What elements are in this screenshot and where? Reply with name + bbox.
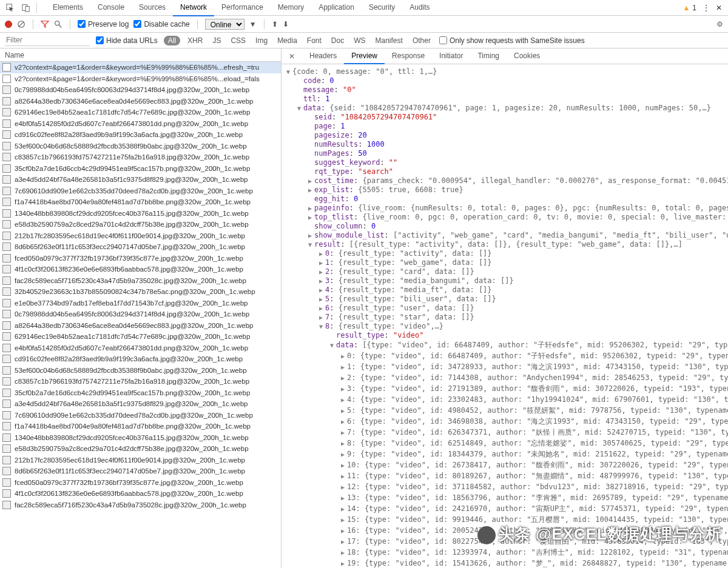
request-row[interactable]: 4f1c0cf3f20613f8236e0e6e6893fb6aabbac578… — [0, 488, 281, 500]
samesite-checkbox[interactable]: Only show requests with SameSite issues — [439, 36, 585, 45]
request-row[interactable]: fced050a0979c377f732fb19736bf739f35c877e… — [0, 253, 281, 264]
image-icon — [2, 299, 11, 307]
request-row[interactable]: 1340e48bb839808cf29dcd9205fcec40b376a115… — [0, 208, 281, 219]
request-row[interactable]: v2?context=&page=1&order=&keyword=%E9%99… — [0, 73, 281, 85]
throttling-dropdown-icon[interactable]: ▼ — [249, 20, 257, 28]
request-row[interactable]: 35cf0b2a7de16d6ccb4c29d99451ea9f5cac157b… — [0, 387, 281, 399]
request-row[interactable]: 7c690610dd909e1e662cb335dd70deed78a2cd0b… — [0, 410, 281, 421]
request-row[interactable]: 8d6b65f263e0f11f1c653f3ecc29407147d05be7… — [0, 466, 281, 477]
request-row[interactable]: e4bf0fa514285f0d2d5d607c7eabf266473801dd… — [0, 118, 281, 130]
disable-cache-checkbox[interactable]: Disable cache — [133, 20, 189, 28]
request-row[interactable]: 0c798988dd04b5ea6495fc80063d294d3714f8d4… — [0, 84, 281, 96]
more-icon[interactable]: ⋮ — [703, 4, 710, 12]
request-name: fced050a0979c377f732fb19736bf739f35c877e… — [15, 479, 243, 486]
tab-elements[interactable]: Elements — [46, 0, 90, 16]
close-details-icon[interactable]: ✕ — [284, 50, 300, 63]
request-row[interactable]: cd916c02fee8f82a28f3aed9b9a9f199c3a6acfa… — [0, 353, 281, 365]
detail-tab-timing[interactable]: Timing — [470, 48, 507, 64]
request-name: c83857c1b7966193fd757427211e75fa2b16a918… — [15, 378, 249, 385]
request-row[interactable]: fced050a0979c377f732fb19736bf739f35c877e… — [0, 477, 281, 489]
image-icon — [2, 276, 11, 285]
download-icon[interactable]: ⬇ — [283, 20, 289, 28]
request-row[interactable]: cd916c02fee8f82a28f3aed9b9a9f199c3a6acfa… — [0, 129, 281, 141]
request-row[interactable]: fac28c589eca5f716f5230c43a47d5b9a735028c… — [0, 275, 281, 287]
filter-type-font[interactable]: Font — [305, 35, 324, 46]
request-row[interactable]: c83857c1b7966193fd757427211e75fa2b16a918… — [0, 376, 281, 387]
request-row[interactable]: f1a74418b4ae8bd7004e9a80fef481ad7d7bb8be… — [0, 421, 281, 432]
request-row[interactable]: fac28c589eca5f716f5230c43a47d5b9a735028c… — [0, 500, 281, 511]
request-row[interactable]: 212b17fc2803595ec618d19ec4f0f611f00e9014… — [0, 230, 281, 242]
preserve-log-checkbox[interactable]: Preserve log — [78, 20, 129, 28]
filter-type-all[interactable]: All — [164, 36, 180, 45]
request-row[interactable]: 53ef600c04b6d68c58889d2fbcdb35388f9b0abc… — [0, 365, 281, 376]
tab-network[interactable]: Network — [173, 0, 214, 16]
detail-tab-cookies[interactable]: Cookies — [507, 48, 547, 64]
request-row[interactable]: a82644a38edb7306346e6ace8ea0d4e5669ec883… — [0, 96, 281, 107]
svg-point-5 — [55, 21, 59, 25]
request-name: 35cf0b2a7de16d6ccb4c29d99451ea9f5cac157b… — [15, 165, 250, 172]
filter-type-ws[interactable]: WS — [351, 35, 368, 46]
request-row[interactable]: a3e4d5dd24bf76a48e26581b3a5f1c9375d8f829… — [0, 174, 281, 185]
filter-input[interactable] — [5, 35, 90, 46]
filter-type-manifest[interactable]: Manifest — [373, 35, 405, 46]
request-row[interactable]: 53ef600c04b6d68c58889d2fbcdb35388f9b0abc… — [0, 141, 281, 152]
request-row[interactable]: 0c798988dd04b5ea6495fc80063d294d3714f8d4… — [0, 309, 281, 320]
tab-sources[interactable]: Sources — [132, 0, 173, 16]
detail-tab-response[interactable]: Response — [385, 48, 432, 64]
upload-icon[interactable]: ⬆ — [272, 20, 278, 28]
request-row[interactable]: 1340e48bb839808cf29dcd9205fcec40b376a115… — [0, 432, 281, 444]
record-button[interactable] — [5, 21, 12, 28]
warning-badge[interactable]: ▲1 — [682, 4, 696, 12]
request-row[interactable]: a82644a38edb7306346e6ace8ea0d4e5669ec883… — [0, 320, 281, 332]
throttling-select[interactable]: Online — [205, 19, 244, 30]
filter-type-xhr[interactable]: XHR — [185, 35, 205, 46]
request-row[interactable]: 8d6b65f263e0f11f1c653f3ecc29407147d05be7… — [0, 241, 281, 253]
filter-type-media[interactable]: Media — [275, 35, 300, 46]
request-name: a3e4d5dd24bf76a48e26581b3a5f1c9375d8f829… — [15, 400, 248, 407]
filter-type-other[interactable]: Other — [410, 35, 433, 46]
request-row[interactable]: 7c690610dd909e1e662cb335dd70deed78a2cd0b… — [0, 185, 281, 197]
request-row[interactable]: f1a74418b4ae8bd7004e9a80fef481ad7d7bb8be… — [0, 196, 281, 208]
filter-type-img[interactable]: Img — [253, 35, 270, 46]
filter-type-doc[interactable]: Doc — [329, 35, 346, 46]
device-toggle-icon[interactable] — [18, 1, 34, 15]
json-preview[interactable]: {code: 0, message: "0", ttl: 1,…}code: 0… — [281, 64, 728, 568]
detail-tab-preview[interactable]: Preview — [344, 48, 385, 64]
inspect-icon[interactable] — [2, 1, 18, 15]
image-icon — [2, 355, 11, 363]
name-column-header[interactable]: Name — [0, 48, 281, 62]
filter-type-css[interactable]: CSS — [228, 35, 248, 46]
request-row[interactable]: e4bf0fa514285f0d2d5d607c7eabf266473801dd… — [0, 342, 281, 354]
tab-performance[interactable]: Performance — [214, 0, 271, 16]
request-row[interactable]: v2?context=&page=1&order=&keyword=%E9%99… — [0, 62, 281, 73]
detail-tab-initiator[interactable]: Initiator — [432, 48, 470, 64]
request-row[interactable]: 32b40529e23663c1b37b855090824c347b78e5ac… — [0, 286, 281, 298]
detail-tab-headers[interactable]: Headers — [302, 48, 344, 64]
request-row[interactable]: 212b17fc2803595ec618d19ec4f0f611f00e9014… — [0, 455, 281, 466]
tab-security[interactable]: Security — [362, 0, 402, 16]
image-icon — [2, 119, 11, 128]
tab-console[interactable]: Console — [90, 0, 132, 16]
tab-audits[interactable]: Audits — [402, 0, 437, 16]
request-row[interactable]: 629146ec19e84b52aea1c7181dfc7d54c77e689c… — [0, 331, 281, 342]
request-row[interactable]: e58d3b2590759a2c8ced29a701c4d2dcff75b38e… — [0, 219, 281, 230]
request-row[interactable]: a3e4d5dd24bf76a48e26581b3a5f1c9375d8f829… — [0, 398, 281, 410]
request-row[interactable]: e58d3b2590759a2c8ced29a701c4d2dcff75b38e… — [0, 443, 281, 455]
image-icon — [2, 265, 11, 273]
request-row[interactable]: 4f1c0cf3f20613f8236e0e6e6893fb6aabbac578… — [0, 264, 281, 275]
request-name: a82644a38edb7306346e6ace8ea0d4e5669ec883… — [15, 98, 253, 105]
request-row[interactable]: e1e0be37734bd97adb17ef8eba1f7dd71543b7cf… — [0, 298, 281, 309]
request-row[interactable]: 35cf0b2a7de16d6ccb4c29d99451ea9f5cac157b… — [0, 163, 281, 175]
tab-application[interactable]: Application — [311, 0, 362, 16]
filter-type-js[interactable]: JS — [210, 35, 223, 46]
clear-button[interactable] — [17, 19, 25, 28]
hide-data-urls-checkbox[interactable]: Hide data URLs — [96, 36, 158, 45]
tab-memory[interactable]: Memory — [271, 0, 311, 16]
request-name: v2?context=&page=1&order=&keyword=%E9%99… — [15, 64, 259, 71]
request-row[interactable]: c83857c1b7966193fd757427211e75fa2b16a918… — [0, 152, 281, 163]
request-row[interactable]: 629146ec19e84b52aea1c7181dfc7d54c77e689c… — [0, 107, 281, 118]
close-devtools-icon[interactable]: ✕ — [716, 4, 722, 12]
settings-icon[interactable]: ⚙ — [716, 20, 723, 28]
search-icon[interactable] — [54, 19, 62, 28]
filter-icon[interactable] — [41, 19, 49, 28]
